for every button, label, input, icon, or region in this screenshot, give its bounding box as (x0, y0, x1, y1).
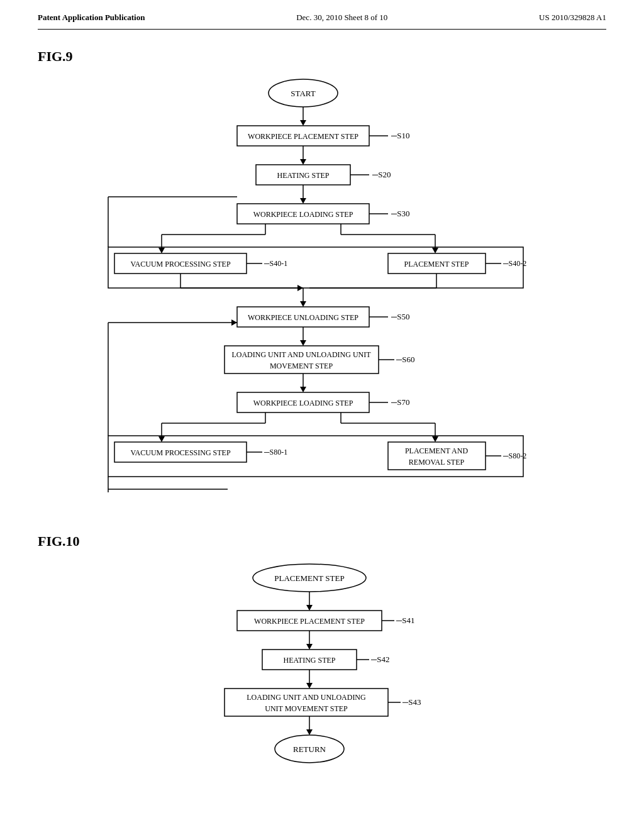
s10-step: ─S10 (391, 131, 409, 140)
s401-step: ─S40-1 (264, 259, 287, 268)
header-publication-label: Patent Application Publication (38, 13, 145, 23)
svg-marker-70 (306, 644, 313, 650)
svg-marker-35 (300, 340, 306, 346)
s10-text: WORKPIECE PLACEMENT STEP (248, 132, 358, 141)
page: Patent Application Publication Dec. 30, … (0, 0, 644, 830)
svg-marker-6 (300, 159, 306, 165)
s50-step: ─S50 (391, 312, 409, 321)
header-patent-number: US 2010/329828 A1 (539, 13, 606, 23)
s70-step: ─S70 (391, 397, 409, 407)
fig9-flowchart: START WORKPIECE PLACEMENT STEP ─S10 HEAT… (102, 74, 542, 502)
s401-text: VACUUM PROCESSING STEP (130, 260, 230, 268)
s20-text: HEATING STEP (277, 171, 330, 180)
page-header: Patent Application Publication Dec. 30, … (38, 13, 606, 30)
svg-marker-60 (231, 319, 237, 326)
svg-marker-20 (432, 248, 438, 253)
s802-text-2: REMOVAL STEP (409, 458, 465, 467)
s60-text-2: MOVEMENT STEP (270, 362, 333, 370)
svg-marker-66 (306, 605, 313, 611)
s50-text: WORKPIECE UNLOADING STEP (248, 313, 358, 322)
svg-marker-49 (432, 436, 438, 442)
s43-text-2: UNIT MOVEMENT STEP (265, 704, 348, 713)
s43-step: ─S43 (402, 697, 421, 707)
s20-step: ─S20 (372, 170, 391, 179)
svg-marker-78 (306, 729, 313, 735)
s60-text-1: LOADING UNIT AND UNLOADING UNIT (231, 350, 371, 359)
svg-marker-10 (300, 198, 306, 204)
s60-step: ─S60 (396, 355, 414, 364)
svg-marker-31 (300, 301, 306, 307)
s42-text: HEATING STEP (284, 656, 336, 665)
fig10-label: FIG.10 (38, 533, 606, 550)
svg-marker-45 (158, 436, 165, 442)
header-date-sheet: Dec. 30, 2010 Sheet 8 of 10 (296, 13, 387, 23)
s802-text-1: PLACEMENT AND (405, 446, 468, 455)
s30-text: WORKPIECE LOADING STEP (253, 210, 353, 219)
fig10-container: FIG.10 PLACEMENT STEP WORKPIECE PLACEMEN… (38, 533, 606, 823)
s402-text: PLACEMENT STEP (404, 260, 469, 268)
s30-step: ─S30 (391, 209, 409, 218)
fig9-container: FIG.9 START WORKPIECE PLACEMENT STEP ─S1… (38, 48, 606, 502)
s41-step: ─S41 (396, 616, 414, 625)
start-label: START (291, 89, 315, 98)
fig10-start-text: PLACEMENT STEP (274, 573, 344, 583)
s41-text: WORKPIECE PLACEMENT STEP (254, 617, 365, 626)
fig9-label: FIG.9 (38, 48, 606, 65)
fig10-flowchart: PLACEMENT STEP WORKPIECE PLACEMENT STEP … (165, 559, 479, 823)
svg-marker-74 (306, 683, 313, 689)
svg-marker-39 (300, 387, 306, 392)
s70-text: WORKPIECE LOADING STEP (253, 399, 353, 407)
svg-marker-16 (158, 248, 165, 253)
s801-step: ─S80-1 (264, 448, 287, 456)
s43-text-1: LOADING UNIT AND UNLOADING (247, 693, 366, 702)
s42-step: ─S42 (370, 655, 389, 664)
s801-text: VACUUM PROCESSING STEP (130, 448, 230, 457)
svg-marker-2 (300, 120, 306, 126)
fig10-return-text: RETURN (293, 744, 326, 754)
